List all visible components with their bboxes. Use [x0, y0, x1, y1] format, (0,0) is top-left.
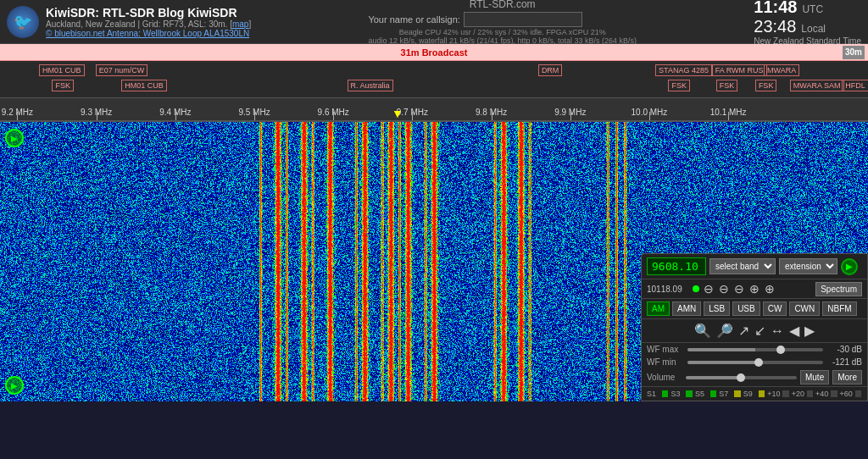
utc-time: 11:48 — [754, 0, 797, 17]
s-meter-block — [759, 390, 765, 397]
secondary-frequency: 10118.09 — [647, 285, 689, 294]
mode-btn-lsb[interactable]: LSB — [704, 301, 730, 316]
ctrl-frequency-row: 9608.10 select band extension ▶ — [642, 254, 867, 279]
wf-min-label: WF min — [647, 357, 682, 367]
s-meter-block — [662, 390, 669, 397]
mode-btn-cw[interactable]: CW — [763, 301, 787, 316]
s-meter-block — [855, 390, 862, 397]
cpu-status: Beagle CPU 42% usr / 22% sys / 32% idle.… — [368, 28, 637, 36]
control-panel: 9608.10 select band extension ▶ 10118.09… — [641, 253, 868, 401]
s-meter-block — [734, 390, 741, 397]
wf-max-slider[interactable] — [687, 348, 823, 351]
zoom-in-btn2[interactable]: ⊕ — [764, 281, 776, 296]
tuning-marker: ▼ — [392, 107, 403, 120]
mode-btn-am[interactable]: AM — [647, 301, 670, 316]
expand-ul-btn[interactable]: ↗ — [738, 323, 749, 339]
play-button-top[interactable]: ▶ — [5, 129, 24, 147]
frequency-display[interactable]: 9608.10 — [647, 257, 706, 275]
expand-dr-btn[interactable]: ↙ — [754, 323, 765, 339]
antenna-link[interactable]: bluebison.net — [54, 29, 105, 38]
s-meter-label: +10 — [767, 390, 781, 398]
zoom-tool-btn[interactable]: 🔍 — [694, 323, 711, 339]
signal-label: R. Australia — [348, 80, 393, 91]
mode-btn-usb[interactable]: USB — [732, 301, 760, 316]
signal-indicator — [693, 285, 699, 292]
pan-tool-btn[interactable]: 🔎 — [716, 323, 733, 339]
signal-labels: HM01 CUBE07 num/CWFSKHM01 CUBR. Australi… — [0, 61, 868, 98]
signal-label: FA RWM RUS — [712, 64, 767, 76]
logo: 🐦 — [7, 6, 39, 38]
header-info: KiwiSDR: RTL-SDR Blog KiwiSDR Auckland, … — [46, 6, 251, 38]
s-meter-label: S3 — [670, 390, 684, 398]
site-title: KiwiSDR: RTL-SDR Blog KiwiSDR — [46, 6, 251, 19]
band-label: 31m Broadcast — [401, 47, 468, 58]
spectrum-button[interactable]: Spectrum — [815, 282, 862, 296]
mute-button[interactable]: Mute — [800, 370, 829, 384]
mode-btn-cwn[interactable]: CWN — [789, 301, 820, 316]
wf-min-row: WF min -121 dB — [642, 356, 867, 368]
header-center: RTL-SDR.com Your name or callsign: Beagl… — [368, 0, 637, 45]
local-label: Local — [801, 23, 826, 35]
more-button[interactable]: More — [832, 370, 862, 384]
signal-label: FSK — [716, 80, 738, 91]
s-meter-label: S7 — [719, 390, 732, 398]
ctrl-play-button[interactable]: ▶ — [841, 258, 858, 275]
zoom-out-btn3[interactable]: ⊖ — [733, 281, 745, 296]
band-short-label: 30m — [843, 46, 865, 59]
signal-label: HM01 CUB — [121, 80, 167, 91]
s-meter-label: S1 — [647, 390, 660, 398]
s-meter-label: +40 — [815, 390, 829, 398]
waterfall-display: ▶ ▶ 9608.10 select band extension ▶ 1011… — [0, 122, 868, 401]
s-meter-label: +60 — [840, 390, 854, 398]
signal-label: HM01 CUB — [39, 64, 85, 76]
prev-btn[interactable]: ◀ — [789, 323, 799, 339]
ctrl-tools-row: 🔍 🔎 ↗ ↙ ↔ ◀ ▶ — [642, 319, 867, 343]
volume-row: Volume Mute More — [642, 368, 867, 387]
next-btn[interactable]: ▶ — [804, 323, 815, 339]
extension-dropdown[interactable]: extension — [779, 258, 837, 274]
wf-max-value: -30 dB — [828, 345, 862, 354]
zoom-out-btn2[interactable]: ⊖ — [718, 281, 730, 296]
signal-label: FSK — [52, 80, 74, 91]
s-meter-label: +20 — [792, 390, 805, 398]
s-meter-block — [710, 390, 717, 397]
site-location: Auckland, New Zealand | Grid: RF73, ASL:… — [46, 19, 251, 29]
callsign-input[interactable] — [464, 12, 582, 27]
volume-slider[interactable] — [686, 376, 797, 379]
local-time: 23:48 — [754, 17, 796, 36]
utc-label: UTC — [802, 3, 823, 15]
wf-max-label: WF max — [647, 345, 682, 354]
band-bar: 31m Broadcast 30m — [0, 44, 868, 61]
play-button-bottom[interactable]: ▶ — [5, 376, 24, 395]
signal-label: MWARA — [764, 64, 799, 76]
site-name: RTL-SDR.com — [368, 0, 637, 10]
map-link[interactable]: map — [232, 19, 248, 29]
s-meter-label: S9 — [743, 390, 757, 398]
volume-label: Volume — [647, 373, 682, 382]
wf-min-slider[interactable] — [687, 361, 823, 364]
signal-label: FSK — [755, 80, 777, 91]
s-meter-block — [831, 390, 837, 397]
wf-min-value: -121 dB — [828, 357, 862, 367]
signal-label: FSK — [668, 80, 690, 91]
signal-label: HFDL — [842, 80, 868, 91]
frequency-ruler: 9.2 MHz9.3 MHz9.4 MHz9.5 MHz9.6 MHz9.7 M… — [0, 98, 868, 122]
s-meter-row: S1S3S5S7S9+10+20+40+60 — [642, 387, 867, 401]
ctrl-mode-row: AMAMNLSBUSBCWCWNNBFM — [642, 299, 867, 319]
zoom-in-btn[interactable]: ⊕ — [748, 281, 760, 296]
expand-lr-btn[interactable]: ↔ — [771, 324, 784, 339]
s-meter-label: S5 — [695, 390, 709, 398]
header-right: 11:48 UTC 23:48 Local New Zealand Standa… — [754, 0, 861, 46]
signal-label: MWARA SAM — [790, 80, 844, 91]
s-meter-block — [782, 390, 789, 397]
signal-label: E07 num/CW — [96, 64, 148, 76]
header: 🐦 KiwiSDR: RTL-SDR Blog KiwiSDR Auckland… — [0, 0, 868, 44]
s-meter-block — [686, 390, 693, 397]
mode-btn-amn[interactable]: AMN — [672, 301, 701, 316]
callsign-label: Your name or callsign: — [368, 14, 459, 25]
select-band-dropdown[interactable]: select band — [709, 258, 776, 274]
mode-btn-nbfm[interactable]: NBFM — [822, 301, 856, 316]
signal-label: DRM — [538, 64, 563, 76]
zoom-out-btn[interactable]: ⊖ — [703, 281, 715, 296]
s-meter-block — [807, 390, 814, 397]
